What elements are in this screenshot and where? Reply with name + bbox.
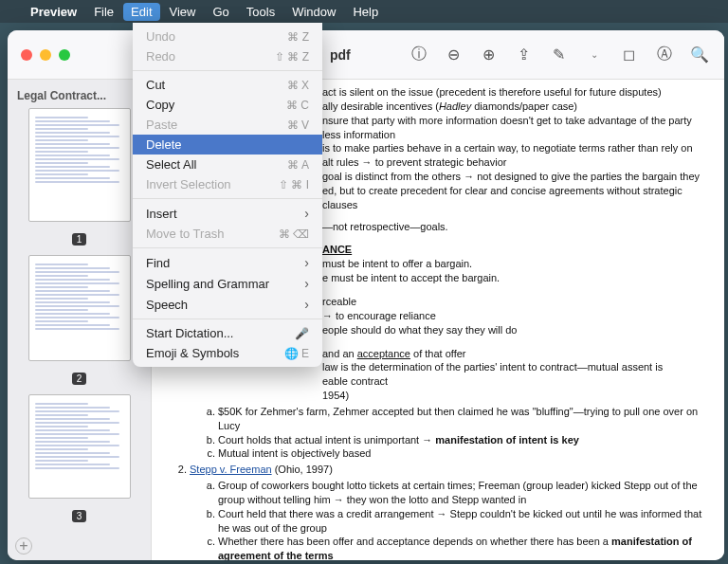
markup-icon[interactable]: ✎ (551, 46, 567, 63)
add-page-button[interactable]: + (15, 537, 32, 555)
menu-item-insert[interactable]: Insert (133, 203, 322, 224)
menu-help[interactable]: Help (353, 5, 378, 19)
menu-view[interactable]: View (170, 5, 196, 19)
page-thumbnail[interactable] (28, 255, 131, 361)
menu-item-undo: Undo⌘ Z (133, 27, 322, 46)
sidebar-title: Legal Contract... (8, 80, 151, 108)
menu-tools[interactable]: Tools (246, 5, 275, 19)
zoom-out-icon[interactable]: ⊖ (446, 46, 462, 63)
page-thumbnail[interactable] (28, 394, 131, 499)
page-number-badge: 2 (72, 373, 87, 385)
menu-item-copy[interactable]: Copy⌘ C (133, 95, 322, 115)
menu-item-paste: Paste⌘ V (133, 115, 322, 135)
window-title: pdf (330, 47, 351, 63)
annotate-icon[interactable]: Ⓐ (656, 46, 672, 63)
info-icon[interactable]: ⓘ (410, 46, 427, 63)
menu-item-find[interactable]: Find (133, 252, 322, 273)
minimize-button[interactable] (40, 49, 51, 61)
page-number-badge: 3 (72, 510, 87, 522)
system-menubar: Preview File Edit View Go Tools Window H… (0, 0, 728, 23)
toolbar: ⓘ ⊖ ⊕ ⇪ ✎ ⌄ ◻ Ⓐ 🔍 (410, 46, 724, 63)
menu-item-delete[interactable]: Delete (133, 135, 322, 155)
thumbnail-sidebar: Legal Contract... 123 + (8, 80, 152, 560)
menu-file[interactable]: File (94, 5, 114, 19)
menu-item-cut[interactable]: Cut⌘ X (133, 75, 322, 95)
search-icon[interactable]: 🔍 (691, 46, 707, 63)
share-icon[interactable]: ⇪ (516, 46, 532, 63)
menu-item-redo: Redo⇧ ⌘ Z (133, 46, 322, 66)
rotate-icon[interactable]: ◻ (621, 46, 637, 63)
menu-item-spelling-and-grammar[interactable]: Spelling and Grammar (133, 273, 322, 294)
menu-go[interactable]: Go (212, 5, 228, 19)
page-number-badge: 1 (72, 233, 87, 246)
dropdown-icon[interactable]: ⌄ (586, 46, 602, 63)
zoom-button[interactable] (59, 49, 70, 61)
menu-item-emoji-symbols[interactable]: Emoji & Symbols🌐 E (133, 343, 322, 363)
menu-window[interactable]: Window (292, 5, 336, 19)
menu-edit[interactable]: Edit (123, 3, 159, 21)
edit-dropdown: Undo⌘ ZRedo⇧ ⌘ ZCut⌘ XCopy⌘ CPaste⌘ VDel… (133, 23, 322, 367)
close-button[interactable] (21, 49, 32, 61)
preview-window: pdf ⓘ ⊖ ⊕ ⇪ ✎ ⌄ ◻ Ⓐ 🔍 Legal Contract... … (8, 30, 724, 560)
page-thumbnail[interactable] (28, 108, 131, 222)
menu-item-select-all[interactable]: Select All⌘ A (133, 155, 322, 174)
menu-item-invert-selection: Invert Selection⇧ ⌘ I (133, 174, 322, 194)
menu-item-move-to-trash: Move to Trash⌘ ⌫ (133, 224, 322, 244)
traffic-lights (8, 49, 83, 61)
titlebar: pdf ⓘ ⊖ ⊕ ⇪ ✎ ⌄ ◻ Ⓐ 🔍 (8, 30, 724, 80)
zoom-in-icon[interactable]: ⊕ (481, 46, 497, 63)
menu-item-speech[interactable]: Speech (133, 294, 322, 315)
app-name[interactable]: Preview (30, 5, 77, 19)
menu-item-start-dictation-[interactable]: Start Dictation...🎤 (133, 323, 322, 343)
